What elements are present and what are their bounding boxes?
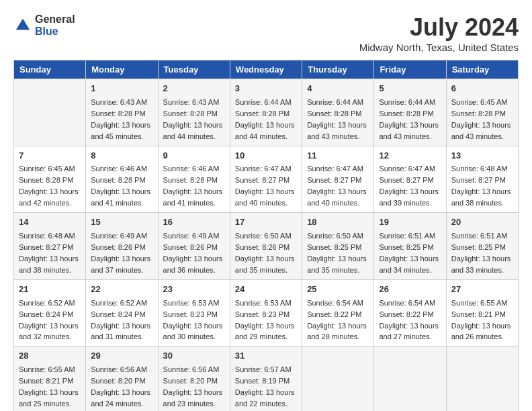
calendar-cell: 24Sunrise: 6:53 AM Sunset: 8:23 PM Dayli… — [230, 279, 302, 347]
day-info: Sunrise: 6:45 AM Sunset: 8:28 PM Dayligh… — [451, 98, 511, 140]
page-header: General Blue July 2024 Midway North, Tex… — [13, 13, 519, 53]
day-info: Sunrise: 6:50 AM Sunset: 8:26 PM Dayligh… — [235, 232, 295, 274]
calendar-cell: 28Sunrise: 6:55 AM Sunset: 8:21 PM Dayli… — [14, 347, 86, 411]
day-number: 17 — [235, 216, 297, 229]
logo-general-text: General — [35, 13, 75, 26]
calendar-cell: 3Sunrise: 6:44 AM Sunset: 8:28 PM Daylig… — [230, 79, 302, 146]
day-info: Sunrise: 6:52 AM Sunset: 8:24 PM Dayligh… — [91, 299, 150, 341]
day-number: 22 — [91, 283, 152, 296]
day-number: 26 — [379, 283, 441, 296]
calendar-cell: 23Sunrise: 6:53 AM Sunset: 8:23 PM Dayli… — [158, 279, 230, 347]
day-info: Sunrise: 6:46 AM Sunset: 8:28 PM Dayligh… — [91, 165, 150, 207]
day-number: 30 — [163, 350, 225, 363]
logo-text: General Blue — [35, 13, 75, 37]
day-number: 28 — [19, 350, 81, 363]
day-info: Sunrise: 6:46 AM Sunset: 8:28 PM Dayligh… — [163, 165, 223, 207]
column-header-thursday: Thursday — [302, 60, 374, 79]
calendar-cell: 13Sunrise: 6:48 AM Sunset: 8:27 PM Dayli… — [446, 146, 518, 213]
day-number: 10 — [235, 150, 297, 163]
calendar-cell: 30Sunrise: 6:56 AM Sunset: 8:20 PM Dayli… — [158, 347, 230, 411]
calendar-cell: 27Sunrise: 6:55 AM Sunset: 8:21 PM Dayli… — [446, 279, 518, 347]
calendar-week-row: 28Sunrise: 6:55 AM Sunset: 8:21 PM Dayli… — [14, 347, 519, 411]
column-header-monday: Monday — [86, 60, 158, 79]
day-number: 7 — [19, 150, 81, 163]
calendar-week-row: 1Sunrise: 6:43 AM Sunset: 8:28 PM Daylig… — [14, 79, 519, 146]
calendar-cell — [374, 347, 446, 411]
calendar-cell: 15Sunrise: 6:49 AM Sunset: 8:26 PM Dayli… — [86, 213, 158, 280]
calendar-cell: 8Sunrise: 6:46 AM Sunset: 8:28 PM Daylig… — [86, 146, 158, 213]
calendar-cell: 14Sunrise: 6:48 AM Sunset: 8:27 PM Dayli… — [14, 213, 86, 280]
calendar-cell: 11Sunrise: 6:47 AM Sunset: 8:27 PM Dayli… — [302, 146, 374, 213]
day-number: 5 — [379, 83, 441, 95]
calendar-subtitle: Midway North, Texas, United States — [359, 42, 519, 53]
day-info: Sunrise: 6:45 AM Sunset: 8:28 PM Dayligh… — [19, 165, 79, 207]
calendar-cell — [302, 347, 374, 411]
day-info: Sunrise: 6:53 AM Sunset: 8:23 PM Dayligh… — [163, 299, 223, 341]
calendar-week-row: 14Sunrise: 6:48 AM Sunset: 8:27 PM Dayli… — [14, 213, 519, 280]
calendar-header-row: SundayMondayTuesdayWednesdayThursdayFrid… — [14, 60, 519, 79]
column-header-sunday: Sunday — [14, 60, 86, 79]
day-info: Sunrise: 6:47 AM Sunset: 8:27 PM Dayligh… — [235, 165, 295, 207]
calendar-cell: 31Sunrise: 6:57 AM Sunset: 8:19 PM Dayli… — [230, 347, 302, 411]
column-header-tuesday: Tuesday — [158, 60, 230, 79]
day-info: Sunrise: 6:47 AM Sunset: 8:27 PM Dayligh… — [379, 165, 439, 207]
day-number: 19 — [379, 216, 441, 229]
day-number: 4 — [307, 83, 369, 95]
title-block: July 2024 Midway North, Texas, United St… — [359, 13, 519, 53]
day-info: Sunrise: 6:49 AM Sunset: 8:26 PM Dayligh… — [163, 232, 223, 274]
day-number: 24 — [235, 283, 297, 296]
day-info: Sunrise: 6:44 AM Sunset: 8:28 PM Dayligh… — [307, 98, 367, 140]
calendar-cell: 1Sunrise: 6:43 AM Sunset: 8:28 PM Daylig… — [86, 79, 158, 146]
calendar-week-row: 21Sunrise: 6:52 AM Sunset: 8:24 PM Dayli… — [14, 279, 519, 347]
day-number: 27 — [451, 283, 513, 296]
calendar-week-row: 7Sunrise: 6:45 AM Sunset: 8:28 PM Daylig… — [14, 146, 519, 213]
day-info: Sunrise: 6:47 AM Sunset: 8:27 PM Dayligh… — [307, 165, 367, 207]
calendar-cell: 16Sunrise: 6:49 AM Sunset: 8:26 PM Dayli… — [158, 213, 230, 280]
calendar-table: SundayMondayTuesdayWednesdayThursdayFrid… — [13, 60, 519, 411]
day-info: Sunrise: 6:49 AM Sunset: 8:26 PM Dayligh… — [91, 232, 150, 274]
day-number: 2 — [163, 83, 225, 95]
day-number: 6 — [451, 83, 513, 95]
calendar-cell: 4Sunrise: 6:44 AM Sunset: 8:28 PM Daylig… — [302, 79, 374, 146]
day-info: Sunrise: 6:56 AM Sunset: 8:20 PM Dayligh… — [163, 365, 223, 408]
column-header-friday: Friday — [374, 60, 446, 79]
day-info: Sunrise: 6:57 AM Sunset: 8:19 PM Dayligh… — [235, 365, 295, 408]
day-number: 3 — [235, 83, 297, 95]
day-info: Sunrise: 6:54 AM Sunset: 8:22 PM Dayligh… — [307, 299, 367, 341]
day-info: Sunrise: 6:44 AM Sunset: 8:28 PM Dayligh… — [379, 98, 439, 140]
day-number: 9 — [163, 150, 225, 163]
day-number: 21 — [19, 283, 81, 296]
day-number: 11 — [307, 150, 369, 163]
calendar-cell: 9Sunrise: 6:46 AM Sunset: 8:28 PM Daylig… — [158, 146, 230, 213]
day-info: Sunrise: 6:53 AM Sunset: 8:23 PM Dayligh… — [235, 299, 295, 341]
day-number: 1 — [91, 83, 152, 95]
day-info: Sunrise: 6:51 AM Sunset: 8:25 PM Dayligh… — [451, 232, 511, 274]
calendar-cell: 19Sunrise: 6:51 AM Sunset: 8:25 PM Dayli… — [374, 213, 446, 280]
logo-icon — [13, 16, 32, 35]
day-number: 8 — [91, 150, 152, 163]
calendar-cell: 29Sunrise: 6:56 AM Sunset: 8:20 PM Dayli… — [86, 347, 158, 411]
calendar-cell: 21Sunrise: 6:52 AM Sunset: 8:24 PM Dayli… — [14, 279, 86, 347]
day-info: Sunrise: 6:55 AM Sunset: 8:21 PM Dayligh… — [451, 299, 511, 341]
calendar-cell: 18Sunrise: 6:50 AM Sunset: 8:25 PM Dayli… — [302, 213, 374, 280]
day-number: 25 — [307, 283, 369, 296]
day-info: Sunrise: 6:43 AM Sunset: 8:28 PM Dayligh… — [91, 98, 150, 140]
day-number: 13 — [451, 150, 513, 163]
day-info: Sunrise: 6:43 AM Sunset: 8:28 PM Dayligh… — [163, 98, 223, 140]
day-info: Sunrise: 6:48 AM Sunset: 8:27 PM Dayligh… — [19, 232, 79, 274]
calendar-cell: 7Sunrise: 6:45 AM Sunset: 8:28 PM Daylig… — [14, 146, 86, 213]
calendar-cell — [446, 347, 518, 411]
day-number: 14 — [19, 216, 81, 229]
day-number: 20 — [451, 216, 513, 229]
day-number: 18 — [307, 216, 369, 229]
calendar-title: July 2024 — [359, 13, 519, 42]
calendar-cell: 12Sunrise: 6:47 AM Sunset: 8:27 PM Dayli… — [374, 146, 446, 213]
day-info: Sunrise: 6:51 AM Sunset: 8:25 PM Dayligh… — [379, 232, 439, 274]
calendar-cell — [14, 79, 86, 146]
logo: General Blue — [13, 13, 75, 37]
day-number: 15 — [91, 216, 152, 229]
calendar-cell: 10Sunrise: 6:47 AM Sunset: 8:27 PM Dayli… — [230, 146, 302, 213]
calendar-cell: 22Sunrise: 6:52 AM Sunset: 8:24 PM Dayli… — [86, 279, 158, 347]
day-info: Sunrise: 6:50 AM Sunset: 8:25 PM Dayligh… — [307, 232, 367, 274]
calendar-cell: 2Sunrise: 6:43 AM Sunset: 8:28 PM Daylig… — [158, 79, 230, 146]
